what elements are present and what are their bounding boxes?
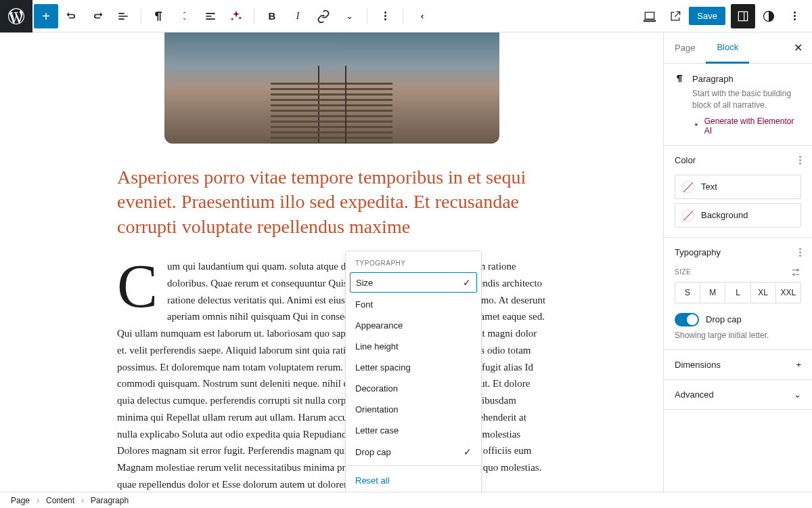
settings-sidebar: Page Block ✕ Paragraph Start with the ba…: [663, 33, 812, 492]
chevron-right-icon: ›: [81, 496, 84, 505]
hero-image[interactable]: [164, 33, 499, 144]
tab-page[interactable]: Page: [664, 33, 706, 62]
editor-canvas[interactable]: Asperiores porro vitae tempore temporibu…: [0, 33, 663, 492]
external-preview-button[interactable]: [663, 4, 687, 28]
italic-button[interactable]: I: [286, 4, 310, 28]
close-sidebar-button[interactable]: ✕: [784, 35, 812, 61]
move-block-button[interactable]: ⌃⌄: [173, 4, 197, 28]
color-background-row[interactable]: Background: [675, 203, 801, 228]
document-overview-button[interactable]: [111, 4, 135, 28]
redo-button[interactable]: [85, 4, 110, 28]
wordpress-logo[interactable]: [0, 0, 32, 33]
sliders-icon[interactable]: [790, 267, 801, 278]
typography-option-item[interactable]: Drop cap✓: [346, 441, 481, 463]
dropcap-toggle[interactable]: [675, 313, 699, 326]
paragraph-icon[interactable]: [147, 4, 171, 28]
plus-icon: +: [796, 360, 801, 370]
sidebar-toggle-button[interactable]: [731, 4, 755, 28]
panel-typography-header[interactable]: Typography: [664, 238, 812, 267]
size-chip[interactable]: XXL: [776, 282, 800, 303]
link-button[interactable]: [311, 4, 336, 28]
dropcap-hint: Showing large initial letter.: [675, 331, 801, 340]
bold-button[interactable]: B: [260, 4, 284, 28]
size-chip[interactable]: M: [700, 282, 725, 303]
typography-option-item[interactable]: Line height: [346, 336, 481, 357]
heading-block[interactable]: Asperiores porro vitae tempore temporibu…: [117, 165, 546, 239]
sidebar-tabs: Page Block ✕: [664, 33, 812, 64]
typography-options-icon[interactable]: [799, 248, 801, 257]
generate-ai-link[interactable]: Generate with Elementor AI: [692, 117, 801, 135]
panel-dimensions-header[interactable]: Dimensions +: [664, 350, 812, 379]
typography-option-item[interactable]: Appearance: [346, 315, 481, 336]
typography-option-item[interactable]: Font: [346, 294, 481, 315]
color-text-row[interactable]: Text: [675, 175, 801, 199]
styles-button[interactable]: [757, 4, 781, 28]
breadcrumb-item[interactable]: Content: [46, 496, 74, 505]
block-type-desc: Start with the basic building block of a…: [692, 88, 801, 111]
paragraph-icon: [675, 73, 685, 84]
dropcap-label: Drop cap: [706, 314, 742, 324]
align-button[interactable]: [198, 4, 223, 28]
add-block-button[interactable]: +: [34, 4, 58, 28]
block-type-title: Paragraph: [675, 73, 801, 84]
top-toolbar: + ⌃⌄ B I ⌄ ‹‹ Save: [0, 0, 812, 33]
chevron-right-icon: ›: [37, 496, 39, 505]
typography-option-item[interactable]: Letter spacing: [346, 357, 481, 378]
size-chip[interactable]: L: [725, 282, 750, 303]
breadcrumb-item[interactable]: Paragraph: [91, 496, 129, 505]
chevron-down-icon: ⌄: [794, 389, 801, 400]
more-menu-button[interactable]: [782, 4, 807, 28]
typography-option-item[interactable]: Size✓: [350, 272, 477, 293]
sparkle-icon: [692, 122, 700, 130]
typography-option-item[interactable]: Decoration: [346, 378, 481, 399]
swatch-none-icon: [682, 181, 694, 193]
collapse-toolbar-button[interactable]: ‹‹: [409, 4, 433, 28]
block-options-button[interactable]: [373, 4, 397, 28]
typography-option-item[interactable]: Letter case: [346, 420, 481, 441]
size-label: SIZE: [675, 268, 691, 276]
ai-button[interactable]: [224, 4, 248, 28]
panel-advanced-header[interactable]: Advanced ⌄: [664, 380, 812, 409]
typography-options-popup: TYPOGRAPHY Size✓FontAppearanceLine heigh…: [345, 251, 482, 492]
size-chip[interactable]: S: [675, 282, 700, 303]
drop-cap-letter: C: [117, 258, 167, 310]
check-icon: ✓: [464, 446, 472, 457]
breadcrumb: Page › Content › Paragraph: [0, 492, 812, 508]
panel-color-header[interactable]: Color: [664, 146, 812, 175]
size-chip[interactable]: XL: [751, 282, 776, 303]
typography-option-item[interactable]: Orientation: [346, 399, 481, 420]
size-chips: SMLXLXXL: [675, 282, 801, 303]
undo-button[interactable]: [60, 4, 84, 28]
typography-popup-header: TYPOGRAPHY: [346, 251, 481, 271]
color-options-icon[interactable]: [799, 156, 801, 165]
tab-block[interactable]: Block: [706, 33, 749, 64]
breadcrumb-item[interactable]: Page: [11, 496, 30, 505]
save-button[interactable]: Save: [689, 7, 725, 25]
swatch-none-icon: [682, 209, 694, 221]
check-icon: ✓: [463, 277, 471, 288]
more-text-button[interactable]: ⌄: [337, 4, 361, 28]
typography-reset-all[interactable]: Reset all: [346, 469, 481, 492]
device-preview-button[interactable]: [637, 4, 662, 28]
